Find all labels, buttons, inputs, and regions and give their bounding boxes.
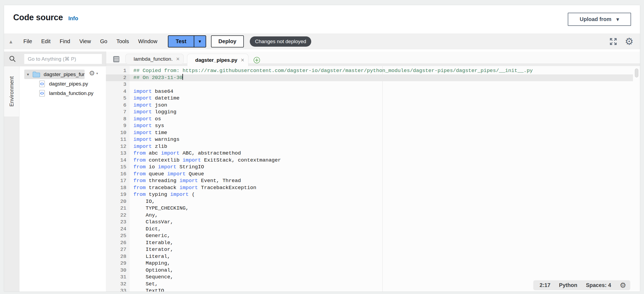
code-line[interactable]: from contextlib import ExitStack, contex… — [130, 157, 633, 164]
code-line[interactable]: Mapping, — [130, 260, 633, 267]
code-line[interactable]: import warnings — [130, 136, 633, 143]
line-number: 33 — [106, 288, 130, 292]
tab-lambda-function[interactable]: lambda_function.× — [125, 54, 184, 64]
code-line[interactable]: Iterator, — [130, 246, 633, 253]
code-line[interactable]: Sequence, — [130, 274, 633, 281]
menu-file[interactable]: File — [19, 38, 37, 45]
code-token: logging — [152, 109, 176, 115]
statusbar-gear-icon[interactable]: ⚙ — [620, 282, 626, 289]
code-line[interactable]: ## Copied from: https://raw.githubuserco… — [130, 67, 633, 74]
code-line-row: 3 — [106, 81, 640, 88]
comment-token: ## Copied from: https://raw.githubuserco… — [133, 68, 533, 74]
python-file-icon — [39, 80, 45, 87]
code-line[interactable]: import os — [130, 116, 633, 123]
spaces-setting[interactable]: Spaces: 4 — [586, 282, 611, 288]
gear-icon: ⚙ — [89, 70, 95, 77]
page-title: Code source — [13, 13, 63, 22]
code-line[interactable]: Any, — [130, 212, 633, 219]
tab-list-icon[interactable] — [113, 56, 120, 63]
code-token: Optional, — [133, 267, 173, 273]
code-line-row: 27 Iterator, — [106, 246, 640, 253]
tab-dagster-pipes-py[interactable]: dagster_pipes.py× — [187, 54, 248, 66]
tree-file-row[interactable]: dagster_pipes.py — [19, 79, 106, 88]
environment-label: Environment — [9, 76, 15, 107]
code-token: TYPE_CHECKING, — [133, 205, 189, 211]
tree-file-row[interactable]: lambda_function.py — [19, 88, 106, 98]
code-line[interactable]: from io import StringIO — [130, 164, 633, 171]
code-line[interactable]: import logging — [130, 109, 633, 116]
collapse-panel-icon[interactable]: ▲ — [9, 39, 12, 44]
tree-folder-row[interactable]: ▾ dagster_pipes_funct — [24, 70, 85, 79]
menu-edit[interactable]: Edit — [37, 38, 55, 45]
test-button[interactable]: Test — [168, 36, 194, 47]
code-line-row: 10import time — [106, 129, 640, 136]
code-line[interactable]: import time — [130, 129, 633, 136]
code-line[interactable]: Generic, — [130, 233, 633, 240]
test-dropdown-button[interactable]: ▼ — [194, 36, 206, 47]
menu-view[interactable]: View — [75, 38, 95, 45]
code-line-row: 8import os — [106, 116, 640, 123]
environment-tab-strip: Environment — [4, 66, 19, 292]
line-number: 23 — [106, 219, 130, 226]
code-line[interactable]: Iterable, — [130, 240, 633, 247]
code-line-row: 16from queue import Queue — [106, 171, 640, 178]
deploy-button[interactable]: Deploy — [211, 35, 244, 47]
code-line[interactable]: ClassVar, — [130, 219, 633, 226]
code-token: ( — [189, 192, 195, 197]
close-tab-icon[interactable]: × — [176, 56, 180, 62]
code-line[interactable]: import zlib — [130, 143, 633, 150]
code-line[interactable]: IO, — [130, 198, 633, 205]
code-editor[interactable]: 1## Copied from: https://raw.githubuserc… — [106, 66, 640, 292]
menu-go[interactable]: Go — [95, 38, 112, 45]
code-line[interactable]: import base64 — [130, 88, 633, 95]
code-token: Sequence, — [133, 274, 173, 280]
disclosure-triangle-icon[interactable]: ▾ — [27, 72, 32, 77]
line-number: 6 — [106, 102, 130, 109]
code-line-row: 31 Sequence, — [106, 274, 640, 281]
line-number: 19 — [106, 191, 130, 198]
code-line[interactable]: Literal, — [130, 253, 633, 260]
line-number: 32 — [106, 281, 130, 288]
line-number: 3 — [106, 81, 130, 88]
code-line[interactable]: Dict, — [130, 226, 633, 233]
code-line-row: 1## Copied from: https://raw.githubuserc… — [106, 67, 640, 74]
language-mode[interactable]: Python — [559, 282, 577, 288]
code-line[interactable]: from abc import ABC, abstractmethod — [130, 150, 633, 157]
tree-settings-gear[interactable]: ⚙ ▾ — [89, 70, 98, 77]
code-line[interactable]: TYPE_CHECKING, — [130, 205, 633, 212]
code-token: ExitStack, contextmanager — [201, 157, 281, 163]
changes-not-deployed-badge: Changes not deployed — [250, 36, 311, 47]
code-line[interactable]: from queue import Queue — [130, 171, 633, 178]
settings-gear-icon[interactable]: ⚙ — [625, 37, 633, 46]
chevron-down-icon: ▼ — [199, 40, 201, 43]
editor-statusbar: 2:17 Python Spaces: 4 ⚙ — [533, 280, 630, 290]
menu-items: FileEditFindViewGoToolsWindow — [19, 38, 162, 45]
new-tab-icon[interactable] — [253, 57, 260, 64]
code-line[interactable]: Optional, — [130, 267, 633, 274]
code-line[interactable]: ## On 2023-11-30 — [130, 74, 633, 81]
upload-from-button[interactable]: Upload from ▼ — [568, 13, 631, 26]
info-link[interactable]: Info — [68, 15, 78, 22]
code-line[interactable]: import sys — [130, 122, 633, 129]
go-to-anything-input[interactable] — [24, 54, 102, 64]
fullscreen-icon[interactable] — [609, 37, 617, 46]
comment-token: ## On 2023-11-30 — [133, 75, 182, 81]
code-line[interactable] — [130, 81, 633, 88]
environment-tab[interactable]: Environment — [4, 66, 19, 117]
code-line[interactable]: from traceback import TracebackException — [130, 184, 633, 192]
menu-tools[interactable]: Tools — [112, 38, 134, 45]
code-line[interactable]: import json — [130, 102, 633, 109]
code-token: abc — [146, 150, 161, 156]
code-line-row: 20 IO, — [106, 198, 640, 205]
code-line-row: 12import zlib — [106, 143, 640, 150]
code-line[interactable]: import datetime — [130, 95, 633, 102]
cursor-position[interactable]: 2:17 — [540, 282, 550, 288]
close-tab-icon[interactable]: × — [241, 57, 244, 63]
menu-window[interactable]: Window — [134, 38, 162, 45]
menu-find[interactable]: Find — [55, 38, 75, 45]
code-line[interactable]: from threading import Event, Thread — [130, 177, 633, 184]
code-line[interactable]: from typing import ( — [130, 191, 633, 198]
search-icon[interactable] — [9, 55, 16, 63]
editor-scrollbar[interactable] — [635, 69, 638, 77]
code-token: os — [152, 116, 161, 122]
